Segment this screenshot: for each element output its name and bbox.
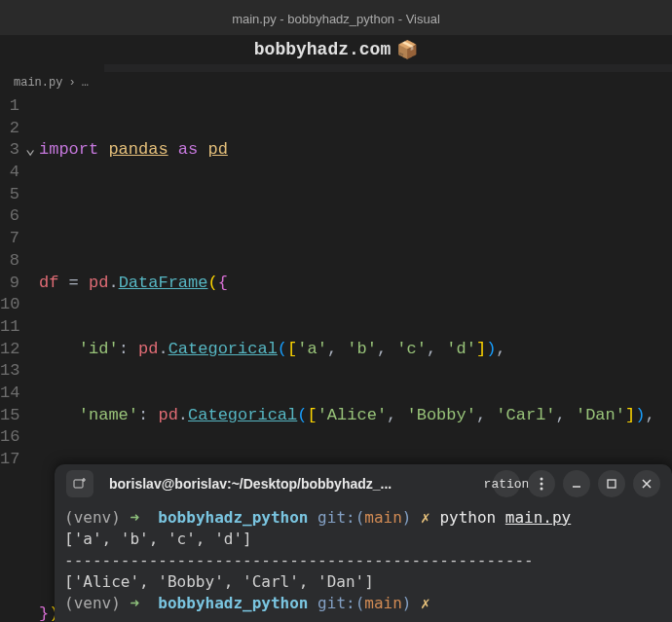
tab-filename: main.py [10, 49, 63, 63]
svg-point-4 [541, 488, 543, 491]
terminal-panel: borislav@borislav:~/Desktop/bobbyhadz_..… [55, 464, 672, 622]
terminal-title: borislav@borislav:~/Desktop/bobbyhadz_..… [103, 476, 483, 492]
minimize-icon[interactable] [563, 470, 590, 497]
tab-main-py[interactable]: main.py M × [0, 37, 104, 72]
compare-icon[interactable] [645, 47, 660, 62]
svg-rect-5 [608, 480, 616, 488]
tab-bar: main.py M × [0, 37, 672, 72]
tab-modified-badge: M [71, 49, 79, 63]
svg-point-3 [541, 483, 543, 486]
terminal-titlebar: borislav@borislav:~/Desktop/bobbyhadz_..… [55, 464, 672, 503]
line-gutter: 1 2 3 4 5 6 7 8 9 10 11 12 13 14 15 16 1… [0, 95, 21, 622]
breadcrumb-more: … [82, 76, 89, 90]
run-icon[interactable] [594, 48, 608, 61]
breadcrumb-file: main.py [14, 76, 62, 90]
breadcrumb[interactable]: main.py › … [0, 72, 672, 93]
search-icon[interactable]: ration [493, 470, 520, 497]
fold-chevron-icon[interactable]: ⌄ [21, 139, 39, 162]
svg-rect-0 [74, 480, 83, 488]
maximize-icon[interactable] [598, 470, 625, 497]
window-titlebar: main.py - bobbyhadz_python - Visual [0, 0, 672, 37]
close-icon[interactable]: × [86, 48, 94, 64]
menu-icon[interactable] [528, 470, 555, 497]
window-title: main.py - bobbyhadz_python - Visual [232, 12, 440, 26]
fold-gutter: ⌄ [21, 95, 39, 622]
svg-point-2 [541, 478, 543, 481]
chevron-down-icon[interactable] [621, 50, 631, 59]
terminal-output[interactable]: (venv) ➜ bobbyhadz_python git:(main) ✗ p… [55, 503, 672, 616]
breadcrumb-separator: › [68, 76, 75, 90]
close-icon[interactable] [633, 470, 660, 497]
new-tab-button[interactable] [66, 470, 93, 497]
